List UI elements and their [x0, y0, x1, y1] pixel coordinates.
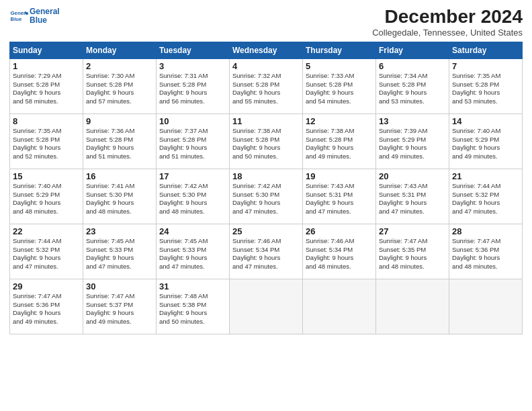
weekday-saturday: Saturday [449, 42, 523, 58]
calendar-cell: 17 Sunrise: 7:42 AMSunset: 5:30 PMDaylig… [157, 169, 230, 224]
calendar-cell: 29 Sunrise: 7:47 AMSunset: 5:36 PMDaylig… [10, 279, 83, 334]
day-number: 21 [452, 171, 519, 181]
day-number: 12 [306, 116, 373, 126]
calendar-cell: 25 Sunrise: 7:46 AMSunset: 5:34 PMDaylig… [230, 224, 303, 279]
calendar-cell: 27 Sunrise: 7:47 AMSunset: 5:35 PMDaylig… [376, 224, 449, 279]
calendar-cell: 13 Sunrise: 7:39 AMSunset: 5:29 PMDaylig… [376, 113, 449, 169]
cell-info: Sunrise: 7:42 AMSunset: 5:30 PMDaylight:… [232, 182, 281, 215]
cell-info: Sunrise: 7:47 AMSunset: 5:35 PMDaylight:… [379, 237, 427, 270]
calendar-cell: 28 Sunrise: 7:47 AMSunset: 5:36 PMDaylig… [449, 224, 523, 279]
cell-info: Sunrise: 7:36 AMSunset: 5:28 PMDaylight:… [86, 127, 134, 160]
calendar-cell: 24 Sunrise: 7:45 AMSunset: 5:33 PMDaylig… [157, 224, 230, 279]
cell-info: Sunrise: 7:43 AMSunset: 5:31 PMDaylight:… [306, 182, 354, 215]
cell-info: Sunrise: 7:46 AMSunset: 5:34 PMDaylight:… [306, 237, 354, 270]
calendar-cell: 16 Sunrise: 7:41 AMSunset: 5:30 PMDaylig… [83, 169, 157, 224]
cell-info: Sunrise: 7:41 AMSunset: 5:30 PMDaylight:… [86, 182, 134, 215]
day-number: 14 [452, 116, 519, 126]
weekday-friday: Friday [376, 42, 449, 58]
title-block: December 2024 Collegedale, Tennessee, Un… [372, 7, 523, 38]
day-number: 22 [13, 226, 80, 236]
day-number: 10 [159, 116, 226, 126]
day-number: 25 [232, 226, 300, 236]
week-row-1: 1 Sunrise: 7:29 AMSunset: 5:28 PMDayligh… [10, 58, 523, 113]
day-number: 16 [86, 171, 153, 181]
calendar-cell: 3 Sunrise: 7:31 AMSunset: 5:28 PMDayligh… [157, 58, 230, 113]
calendar-body: 1 Sunrise: 7:29 AMSunset: 5:28 PMDayligh… [10, 58, 523, 334]
calendar-cell: 14 Sunrise: 7:40 AMSunset: 5:29 PMDaylig… [449, 113, 523, 169]
cell-info: Sunrise: 7:43 AMSunset: 5:31 PMDaylight:… [379, 182, 427, 215]
day-number: 5 [306, 61, 373, 71]
day-number: 31 [159, 281, 226, 291]
calendar-cell: 4 Sunrise: 7:32 AMSunset: 5:28 PMDayligh… [230, 58, 303, 113]
weekday-header: SundayMondayTuesdayWednesdayThursdayFrid… [10, 42, 523, 58]
day-number: 19 [306, 171, 373, 181]
cell-info: Sunrise: 7:44 AMSunset: 5:32 PMDaylight:… [452, 182, 500, 215]
page: General Blue General Blue December 2024 … [0, 0, 532, 341]
location: Collegedale, Tennessee, United States [372, 28, 523, 38]
day-number: 7 [452, 61, 519, 71]
header: General Blue General Blue December 2024 … [9, 7, 523, 38]
calendar-cell: 20 Sunrise: 7:43 AMSunset: 5:31 PMDaylig… [376, 169, 449, 224]
cell-info: Sunrise: 7:47 AMSunset: 5:37 PMDaylight:… [86, 292, 134, 325]
cell-info: Sunrise: 7:31 AMSunset: 5:28 PMDaylight:… [159, 72, 208, 105]
week-row-5: 29 Sunrise: 7:47 AMSunset: 5:36 PMDaylig… [10, 279, 523, 334]
day-number: 17 [159, 171, 226, 181]
day-number: 15 [13, 171, 80, 181]
cell-info: Sunrise: 7:39 AMSunset: 5:29 PMDaylight:… [379, 127, 427, 160]
weekday-wednesday: Wednesday [230, 42, 303, 58]
day-number: 30 [86, 281, 153, 291]
day-number: 9 [86, 116, 153, 126]
cell-info: Sunrise: 7:38 AMSunset: 5:28 PMDaylight:… [306, 127, 354, 160]
day-number: 18 [232, 171, 300, 181]
cell-info: Sunrise: 7:29 AMSunset: 5:28 PMDaylight:… [13, 72, 61, 105]
day-number: 29 [13, 281, 80, 291]
day-number: 13 [379, 116, 446, 126]
day-number: 24 [159, 226, 226, 236]
cell-info: Sunrise: 7:32 AMSunset: 5:28 PMDaylight:… [232, 72, 281, 105]
cell-info: Sunrise: 7:46 AMSunset: 5:34 PMDaylight:… [232, 237, 281, 270]
calendar-cell [303, 279, 376, 334]
calendar: SundayMondayTuesdayWednesdayThursdayFrid… [9, 42, 523, 334]
calendar-cell [376, 279, 449, 334]
cell-info: Sunrise: 7:30 AMSunset: 5:28 PMDaylight:… [86, 72, 134, 105]
week-row-4: 22 Sunrise: 7:44 AMSunset: 5:32 PMDaylig… [10, 224, 523, 279]
weekday-thursday: Thursday [303, 42, 376, 58]
day-number: 27 [379, 226, 446, 236]
calendar-cell: 10 Sunrise: 7:37 AMSunset: 5:28 PMDaylig… [157, 113, 230, 169]
calendar-cell: 22 Sunrise: 7:44 AMSunset: 5:32 PMDaylig… [10, 224, 83, 279]
day-number: 11 [232, 116, 300, 126]
calendar-cell: 18 Sunrise: 7:42 AMSunset: 5:30 PMDaylig… [230, 169, 303, 224]
weekday-sunday: Sunday [10, 42, 83, 58]
calendar-cell [230, 279, 303, 334]
cell-info: Sunrise: 7:45 AMSunset: 5:33 PMDaylight:… [159, 237, 208, 270]
day-number: 3 [159, 61, 226, 71]
day-number: 28 [452, 226, 519, 236]
logo-line2: Blue [30, 16, 60, 25]
calendar-cell: 30 Sunrise: 7:47 AMSunset: 5:37 PMDaylig… [83, 279, 157, 334]
day-number: 1 [13, 61, 80, 71]
calendar-cell: 12 Sunrise: 7:38 AMSunset: 5:28 PMDaylig… [303, 113, 376, 169]
calendar-cell: 23 Sunrise: 7:45 AMSunset: 5:33 PMDaylig… [83, 224, 157, 279]
cell-info: Sunrise: 7:47 AMSunset: 5:36 PMDaylight:… [13, 292, 61, 325]
weekday-monday: Monday [83, 42, 157, 58]
calendar-cell: 7 Sunrise: 7:35 AMSunset: 5:28 PMDayligh… [449, 58, 523, 113]
cell-info: Sunrise: 7:40 AMSunset: 5:29 PMDaylight:… [13, 182, 61, 215]
calendar-cell: 5 Sunrise: 7:33 AMSunset: 5:28 PMDayligh… [303, 58, 376, 113]
calendar-cell: 8 Sunrise: 7:35 AMSunset: 5:28 PMDayligh… [10, 113, 83, 169]
week-row-3: 15 Sunrise: 7:40 AMSunset: 5:29 PMDaylig… [10, 169, 523, 224]
cell-info: Sunrise: 7:48 AMSunset: 5:38 PMDaylight:… [159, 292, 208, 325]
cell-info: Sunrise: 7:38 AMSunset: 5:28 PMDaylight:… [232, 127, 281, 160]
logo: General Blue General Blue [9, 7, 60, 26]
day-number: 26 [306, 226, 373, 236]
day-number: 2 [86, 61, 153, 71]
calendar-cell: 2 Sunrise: 7:30 AMSunset: 5:28 PMDayligh… [83, 58, 157, 113]
weekday-tuesday: Tuesday [157, 42, 230, 58]
calendar-cell: 15 Sunrise: 7:40 AMSunset: 5:29 PMDaylig… [10, 169, 83, 224]
svg-text:Blue: Blue [11, 16, 23, 22]
cell-info: Sunrise: 7:44 AMSunset: 5:32 PMDaylight:… [13, 237, 61, 270]
month-title: December 2024 [372, 7, 523, 28]
cell-info: Sunrise: 7:35 AMSunset: 5:28 PMDaylight:… [13, 127, 61, 160]
calendar-cell: 1 Sunrise: 7:29 AMSunset: 5:28 PMDayligh… [10, 58, 83, 113]
cell-info: Sunrise: 7:45 AMSunset: 5:33 PMDaylight:… [86, 237, 134, 270]
calendar-cell: 19 Sunrise: 7:43 AMSunset: 5:31 PMDaylig… [303, 169, 376, 224]
